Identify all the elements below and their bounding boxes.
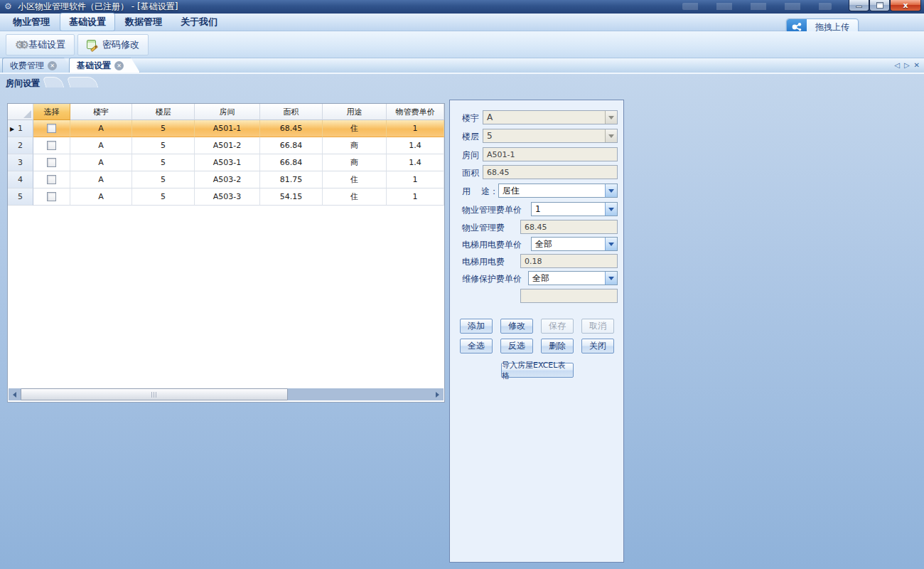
row-header[interactable]: 4 [8,171,33,188]
toolbar-password-change-label: 密码修改 [102,38,139,51]
row-checkbox[interactable] [47,158,56,167]
column-header-floor[interactable]: 楼层 [132,104,195,120]
tab-close-icon[interactable]: ✕ [114,61,124,70]
column-header-use[interactable]: 用途 [323,104,387,120]
menu-item-data-management[interactable]: 数据管理 [117,14,171,31]
column-header-area[interactable]: 面积 [260,104,323,120]
scrollbar-thumb[interactable] [21,388,288,400]
room-cell[interactable]: A501-1 [195,120,260,137]
floor-cell[interactable]: 5 [132,120,195,137]
column-header-select[interactable]: 选择 [33,104,70,120]
select-all-button[interactable]: 全选 [460,339,493,353]
dropdown-arrow-icon[interactable] [605,272,617,284]
scroll-left-arrow[interactable] [9,388,21,400]
room-cell[interactable]: A501-2 [195,137,260,154]
row-checkbox[interactable] [47,141,56,150]
area-cell[interactable]: 68.45 [260,120,323,137]
area-cell[interactable]: 81.75 [260,171,323,188]
floor-cell[interactable]: 5 [132,188,195,206]
row-header[interactable]: 3 [8,154,33,171]
menu-item-about-us[interactable]: 关于我们 [172,14,226,31]
room-settings-tab[interactable]: 房间设置 [6,78,40,90]
select-all-corner[interactable] [8,104,33,120]
row-header[interactable]: 5 [8,188,33,206]
room-cell[interactable]: A503-2 [195,171,260,188]
tab-basic-settings[interactable]: 基础设置 ✕ [69,58,140,73]
mgmt-fee-label: 物业管理费 [462,222,505,234]
price-cell[interactable]: 1 [387,188,444,206]
table-row[interactable]: 4 A 5 A503-2 81.75 住 1 [8,171,444,188]
building-cell[interactable]: A [70,171,132,188]
use-cell[interactable]: 住 [323,171,387,188]
restore-button[interactable] [869,0,890,11]
use-cell[interactable]: 商 [323,154,387,171]
maintenance-price-dropdown[interactable]: 全部 [528,271,618,285]
use-dropdown[interactable]: 居住 [498,184,618,198]
modify-button[interactable]: 修改 [500,319,533,334]
column-header-room[interactable]: 房间 [195,104,260,120]
price-cell[interactable]: 1.4 [387,154,444,171]
building-cell[interactable]: A [70,120,132,137]
floor-cell[interactable]: 5 [132,137,195,154]
table-row[interactable]: 2 A 5 A501-2 66.84 商 1.4 [8,137,444,154]
add-button[interactable]: 添加 [460,319,493,334]
building-cell[interactable]: A [70,188,132,206]
close-form-button[interactable]: 关闭 [581,339,614,353]
building-cell[interactable]: A [70,137,132,154]
tab-fee-management[interactable]: 收费管理 ✕ [2,58,73,73]
elevator-price-dropdown[interactable]: 全部 [531,237,618,251]
row-checkbox[interactable] [47,192,56,201]
area-cell[interactable]: 66.84 [260,137,323,154]
dropdown-arrow-icon[interactable] [605,238,617,250]
close-button[interactable]: x [890,0,921,11]
row-header[interactable]: 2 [8,137,33,154]
tab-scroll-left-icon[interactable]: ◁ [894,61,900,69]
tab-list-close-icon[interactable]: ✕ [914,61,920,69]
import-excel-button[interactable]: 导入房屋EXCEL表格 [501,363,574,378]
tab-close-icon[interactable]: ✕ [48,61,57,70]
table-header-row: 选择 楼宇 楼层 房间 面积 用途 物管费单价 [8,104,444,120]
delete-button[interactable]: 删除 [541,339,574,353]
building-cell[interactable]: A [70,154,132,171]
use-cell[interactable]: 住 [323,120,387,137]
dropdown-arrow-icon [605,129,617,142]
floor-cell[interactable]: 5 [132,154,195,171]
table-row[interactable]: ▶1 A 5 A501-1 68.45 住 1 [8,120,444,137]
use-cell[interactable]: 住 [323,188,387,206]
room-cell[interactable]: A503-3 [195,188,260,206]
menu-item-property-management[interactable]: 物业管理 [4,14,58,31]
toolbar-password-change-button[interactable]: 密码修改 [77,34,149,55]
mgmt-price-dropdown[interactable]: 1 [531,202,618,216]
use-label: 用 途： [462,186,498,198]
dropdown-arrow-icon[interactable] [605,184,617,197]
row-checkbox[interactable] [47,175,56,184]
toolbar-basic-settings-button[interactable]: ⚙⚙ 基础设置 [6,34,75,55]
dropdown-arrow-icon[interactable] [605,203,617,216]
row-header[interactable]: ▶1 [8,120,33,137]
menu-item-basic-settings[interactable]: 基础设置 [60,13,115,31]
price-cell[interactable]: 1.4 [387,137,444,154]
invert-select-button[interactable]: 反选 [500,339,533,353]
table-row[interactable]: 5 A 5 A503-3 54.15 住 1 [8,188,444,206]
price-cell[interactable]: 1 [387,120,444,137]
gears-icon: ⚙⚙ [15,40,24,50]
tab-scroll-right-icon[interactable]: ▷ [904,61,910,69]
table-row[interactable]: 3 A 5 A503-1 66.84 商 1.4 [8,154,444,171]
content-area: 房间设置 选择 楼宇 楼层 房间 面积 用途 物管费单价 ▶1 A 5 A501… [0,74,924,569]
column-header-price[interactable]: 物管费单价 [387,104,444,120]
row-checkbox[interactable] [47,124,56,133]
scroll-right-arrow[interactable] [431,388,444,400]
area-cell[interactable]: 66.84 [260,154,323,171]
floor-cell[interactable]: 5 [132,171,195,188]
floor-dropdown: 5 [483,129,618,143]
horizontal-scrollbar[interactable] [9,388,444,400]
minimize-button[interactable] [849,0,869,11]
column-header-building[interactable]: 楼宇 [70,104,132,120]
area-cell[interactable]: 54.15 [260,188,323,206]
tab-navigation: ◁ ▷ ✕ [894,61,920,69]
price-cell[interactable]: 1 [387,171,444,188]
corner-triangle-icon [23,110,31,118]
scrollbar-track[interactable] [21,388,431,400]
room-cell[interactable]: A503-1 [195,154,260,171]
use-cell[interactable]: 商 [323,137,387,154]
